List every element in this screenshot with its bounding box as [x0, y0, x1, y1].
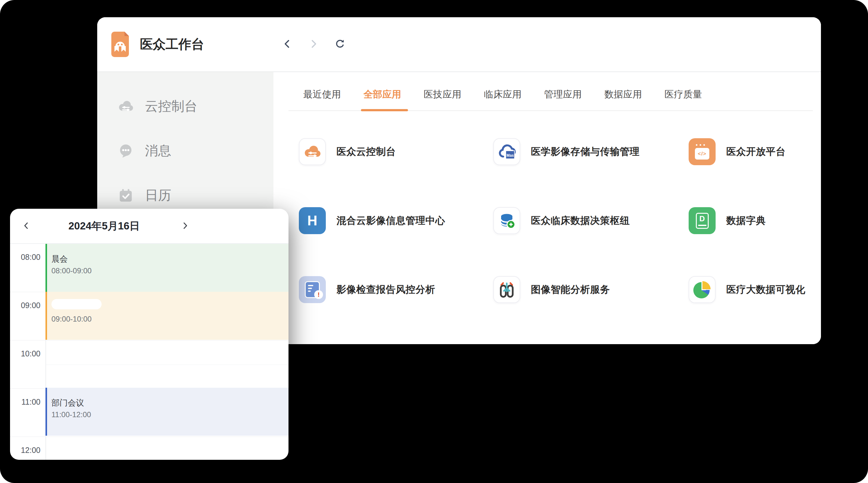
sidebar-item-label: 日历: [145, 187, 171, 204]
app-open-platform[interactable]: </> 医众开放平台: [689, 138, 821, 165]
event-department-meeting[interactable]: 部门会议 11:00-12:00: [45, 388, 288, 436]
event-time: 11:00-12:00: [52, 410, 288, 419]
report-risk-alert-icon: !: [299, 276, 326, 303]
app-label: 医众临床数据决策枢纽: [531, 214, 630, 227]
sidebar-item-cloud-console[interactable]: 云控制台: [97, 84, 274, 129]
refresh-icon: [335, 38, 345, 50]
event-time: 08:00-09:00: [52, 266, 288, 275]
cloud-settings-icon: [118, 98, 133, 114]
app-label: 医疗大数据可视化: [726, 283, 805, 296]
app-label: 医众云控制台: [337, 145, 396, 158]
app-category-tabs: 最近使用 全部应用 医技应用 临床应用 管理应用 数据应用 医疗质量: [288, 72, 813, 111]
event-time: 09:00-10:00: [52, 315, 288, 323]
lungs-ai-icon: [493, 276, 520, 303]
app-label: 医众开放平台: [726, 145, 785, 158]
calendar-panel: 2024年5月16日 08:00 09:00 10:00: [10, 209, 288, 460]
app-label: 混合云影像信息管理中心: [337, 214, 445, 227]
app-hybrid-cloud-imaging[interactable]: H 混合云影像信息管理中心: [299, 207, 493, 234]
window-header: 医众工作台: [97, 17, 821, 72]
apps-grid: 医众云控制台 Mas 医学影像存储与传输管理: [299, 138, 821, 303]
event-redacted[interactable]: 09:00-10:00: [45, 292, 288, 340]
tab-management-apps[interactable]: 管理应用: [544, 88, 582, 110]
tab-clinical-apps[interactable]: 临床应用: [484, 88, 522, 110]
desktop-background: 医众工作台: [0, 0, 868, 483]
time-label: 09:00: [10, 301, 40, 310]
imaging-storage-cloud-icon: Mas: [493, 138, 520, 165]
calendar-check-icon: [118, 187, 133, 203]
calendar-date-title: 2024年5月16日: [57, 209, 151, 243]
sidebar-item-label: 云控制台: [145, 97, 197, 115]
open-platform-code-icon: </>: [689, 138, 716, 165]
database-plus-icon: [493, 207, 520, 234]
event-title: 晨会: [52, 254, 288, 264]
tab-all-apps[interactable]: 全部应用: [364, 88, 401, 110]
sidebar-item-messages[interactable]: 消息: [97, 129, 274, 173]
tab-data-apps[interactable]: 数据应用: [604, 88, 642, 110]
app-label: 医学影像存储与传输管理: [531, 145, 640, 158]
chevron-left-icon: [22, 221, 31, 231]
tab-medical-quality[interactable]: 医疗质量: [664, 88, 702, 110]
message-bubble-icon: [118, 143, 133, 159]
back-button[interactable]: [281, 38, 293, 51]
redacted-event-title: [52, 299, 102, 309]
app-clinical-data-hub[interactable]: 医众临床数据决策枢纽: [493, 207, 689, 234]
forward-button[interactable]: [307, 38, 320, 51]
tab-medtech-apps[interactable]: 医技应用: [424, 88, 461, 110]
tab-recently-used[interactable]: 最近使用: [303, 88, 341, 110]
app-label: 数据字典: [726, 214, 766, 227]
calendar-prev-day-button[interactable]: [18, 209, 35, 243]
event-title: 部门会议: [52, 398, 288, 408]
calendar-header: 2024年5月16日: [10, 209, 288, 244]
app-imaging-storage[interactable]: Mas 医学影像存储与传输管理: [493, 138, 689, 165]
time-label: 10:00: [10, 349, 40, 358]
cloud-console-icon: [299, 138, 326, 165]
hybrid-cloud-letter-icon: H: [299, 207, 326, 234]
chevron-right-icon: [308, 38, 319, 50]
sidebar-item-label: 消息: [145, 142, 171, 160]
app-data-dictionary[interactable]: D 数据字典: [689, 207, 821, 234]
data-dictionary-book-icon: D: [689, 207, 716, 234]
chevron-right-icon: [180, 221, 190, 231]
day-timeline: 08:00 09:00 10:00 11:00 12:00 晨会 08:0: [10, 244, 288, 460]
app-big-data-visualization[interactable]: 医疗大数据可视化: [689, 276, 821, 303]
app-report-risk-analysis[interactable]: ! 影像检查报告风控分析: [299, 276, 493, 303]
svg-text:Mas: Mas: [506, 153, 514, 158]
time-label: 08:00: [10, 253, 40, 262]
refresh-button[interactable]: [334, 38, 346, 51]
time-label: 11:00: [10, 397, 40, 407]
calendar-next-day-button[interactable]: [176, 209, 194, 243]
chevron-left-icon: [282, 38, 292, 50]
browser-nav: [281, 17, 346, 71]
apps-content: 最近使用 全部应用 医技应用 临床应用 管理应用 数据应用 医疗质量: [274, 72, 821, 344]
hour-row-12: 12:00: [10, 437, 288, 460]
hour-row-10: 10:00: [10, 340, 288, 388]
app-logo-icon: [111, 32, 129, 57]
window-title: 医众工作台: [140, 17, 204, 71]
app-label: 影像检查报告风控分析: [337, 283, 435, 296]
app-image-ai-analysis[interactable]: 图像智能分析服务: [493, 276, 689, 303]
pie-chart-icon: [689, 276, 716, 303]
app-cloud-console[interactable]: 医众云控制台: [299, 138, 493, 165]
app-label: 图像智能分析服务: [531, 283, 610, 296]
time-label: 12:00: [10, 446, 40, 455]
event-morning-meeting[interactable]: 晨会 08:00-09:00: [45, 244, 288, 292]
